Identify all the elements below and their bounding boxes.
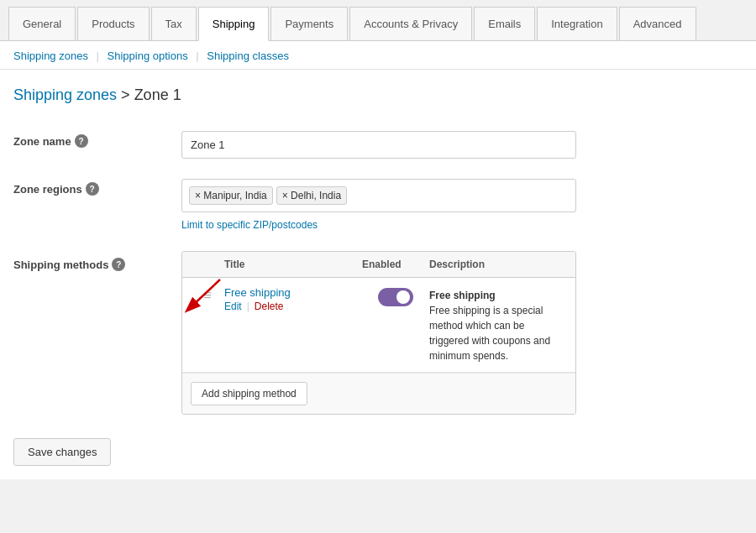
breadcrumb-current: Zone 1 xyxy=(134,86,181,103)
breadcrumb: Shipping zones > Zone 1 xyxy=(13,86,743,104)
tab-emails[interactable]: Emails xyxy=(474,7,535,40)
content-area: Shipping zones > Zone 1 Zone name ? xyxy=(0,70,756,479)
method-enabled-col xyxy=(362,286,429,306)
method-toggle[interactable] xyxy=(378,288,413,306)
col-description: Description xyxy=(429,259,567,270)
shipping-methods-label-wrap: Shipping methods ? xyxy=(13,258,173,271)
settings-form: Zone name ? Zone regions ? xyxy=(13,121,743,425)
col-title: Title xyxy=(224,259,362,270)
method-actions: Edit | Delete xyxy=(224,300,362,312)
col-enabled: Enabled xyxy=(362,259,429,270)
tab-general[interactable]: General xyxy=(8,7,76,40)
toggle-slider xyxy=(378,288,413,306)
tab-advanced[interactable]: Advanced xyxy=(619,7,696,40)
tab-integration[interactable]: Integration xyxy=(537,7,617,40)
methods-table-header: Title Enabled Description xyxy=(182,252,575,278)
tag-manipur-text: × Manipur, India xyxy=(195,190,267,201)
drag-handle-icon[interactable]: ≡ xyxy=(191,286,224,303)
add-shipping-method-button[interactable]: Add shipping method xyxy=(191,382,307,405)
zone-name-label: Zone name xyxy=(13,135,71,148)
zone-regions-row: Zone regions ? × Manipur, India × Delhi,… xyxy=(13,169,743,241)
shipping-methods-label: Shipping methods xyxy=(13,259,108,271)
subnav-shipping-options[interactable]: Shipping options xyxy=(108,50,188,62)
zone-regions-label: Zone regions xyxy=(13,183,82,196)
tab-accounts-privacy[interactable]: Accounts & Privacy xyxy=(349,7,472,40)
zone-regions-help-icon[interactable]: ? xyxy=(86,182,99,196)
method-title-col: Free shipping xyxy=(224,286,362,312)
shipping-methods-row: Shipping methods ? Title Enabled Descrip… xyxy=(13,241,743,425)
shipping-methods-help-icon[interactable]: ? xyxy=(112,258,125,271)
subnav-shipping-classes[interactable]: Shipping classes xyxy=(207,50,289,62)
tag-manipur: × Manipur, India xyxy=(189,186,273,205)
zone-name-help-icon[interactable]: ? xyxy=(75,134,88,148)
method-delete-link[interactable]: Delete xyxy=(255,300,284,312)
zone-regions-input[interactable]: × Manipur, India × Delhi, India xyxy=(181,179,576,212)
method-action-sep: | xyxy=(247,300,249,312)
shipping-methods-table: Title Enabled Description ≡ Free shippin… xyxy=(181,251,576,415)
zone-name-row: Zone name ? xyxy=(13,121,743,169)
method-description-text: Free shipping is a special method which … xyxy=(429,305,550,362)
tab-payments[interactable]: Payments xyxy=(270,7,348,40)
tab-products[interactable]: Products xyxy=(77,7,149,40)
save-wrap: Save changes xyxy=(13,425,743,466)
zone-name-label-wrap: Zone name ? xyxy=(13,134,173,148)
col-drag xyxy=(191,259,224,270)
method-title-link[interactable]: Free shipping xyxy=(224,286,362,299)
nav-tabs: General Products Tax Shipping Payments A… xyxy=(0,0,756,41)
subnav-shipping-zones[interactable]: Shipping zones xyxy=(13,50,88,62)
zone-regions-label-wrap: Zone regions ? xyxy=(13,182,173,196)
method-description-title: Free shipping xyxy=(429,290,496,301)
tag-delhi-text: × Delhi, India xyxy=(282,190,341,201)
breadcrumb-separator: > xyxy=(121,86,134,103)
add-method-wrap: Add shipping method xyxy=(182,373,575,414)
table-row: ≡ Free shipping xyxy=(182,278,575,373)
zone-name-input[interactable] xyxy=(181,131,576,159)
tab-shipping[interactable]: Shipping xyxy=(198,7,270,41)
tag-delhi: × Delhi, India xyxy=(276,186,347,205)
subnav-separator-1: | xyxy=(97,50,99,62)
zip-link[interactable]: Limit to specific ZIP/postcodes xyxy=(181,219,743,231)
arrow-container: Edit xyxy=(224,300,242,312)
method-description-col: Free shipping Free shipping is a special… xyxy=(429,286,567,363)
save-changes-button[interactable]: Save changes xyxy=(13,438,111,466)
method-edit-link[interactable]: Edit xyxy=(224,300,242,312)
sub-navigation: Shipping zones | Shipping options | Ship… xyxy=(0,41,756,70)
subnav-separator-2: | xyxy=(196,50,198,62)
breadcrumb-link[interactable]: Shipping zones xyxy=(13,86,117,103)
tab-tax[interactable]: Tax xyxy=(151,7,197,40)
